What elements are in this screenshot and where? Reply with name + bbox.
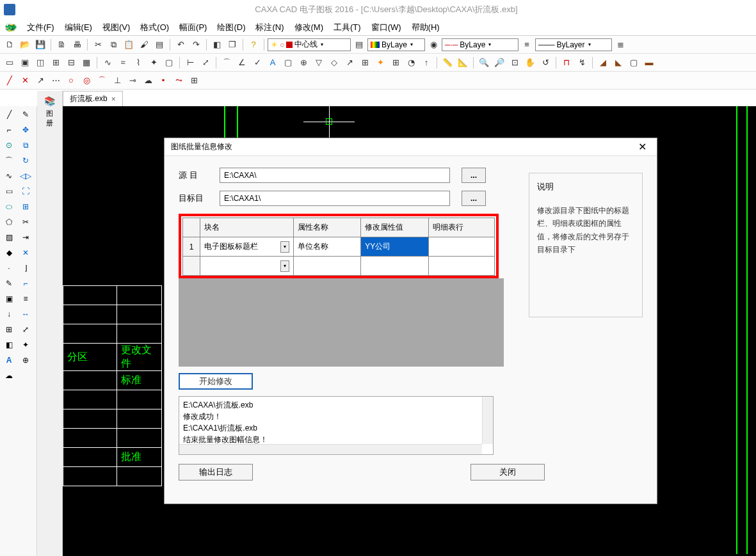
cap4-icon[interactable]: ▬ (642, 56, 656, 70)
lineweight-btn-icon[interactable]: ≣ (613, 38, 627, 52)
cell-detail-row[interactable] (428, 237, 494, 257)
dim-a-icon[interactable]: A (266, 56, 280, 70)
grid-row-empty[interactable]: ▾ (183, 257, 495, 276)
move-tool-icon[interactable]: ✥ (18, 123, 33, 137)
log-hscrollbar[interactable] (179, 444, 482, 454)
trim-tool-icon[interactable]: ✂ (18, 215, 33, 229)
offset-tool-icon[interactable]: ≡ (18, 292, 33, 306)
dim-align-icon[interactable]: ⤢ (198, 56, 213, 70)
ole-tool-icon[interactable]: ◧ (1, 338, 17, 352)
cap2-icon[interactable]: ◣ (611, 56, 625, 70)
tan-icon[interactable]: ⊸ (125, 74, 140, 88)
log-output[interactable]: E:\CAXA\折流板.exb 修改成功！ E:\CAXA1\折流板.exb 结… (179, 396, 494, 455)
grid-row-1[interactable]: 1 电子图板标题栏 ▾ 单位名称 YY公司 (183, 237, 495, 257)
perp-icon[interactable]: ⊥ (110, 74, 124, 88)
menu-modify[interactable]: 修改(M) (289, 20, 329, 35)
a-tool-icon[interactable]: A (1, 353, 17, 367)
cascade-icon[interactable]: ❐ (225, 38, 239, 52)
browse-target-button[interactable]: ... (462, 191, 486, 206)
ruler2-icon[interactable]: 📐 (456, 56, 470, 70)
menu-window[interactable]: 窗口(W) (366, 20, 406, 35)
snap-icon[interactable]: ↯ (575, 56, 589, 70)
match-icon[interactable]: 🖌 (137, 38, 151, 52)
lib-tab-label[interactable]: 图册 (37, 109, 62, 128)
undo-icon[interactable]: ↶ (173, 38, 188, 52)
new-icon[interactable]: 🗋 (3, 38, 17, 52)
ellipse-tool-icon[interactable]: ⬭ (1, 200, 17, 214)
menu-paper[interactable]: 幅面(P) (174, 20, 212, 35)
menu-help[interactable]: 帮助(H) (406, 20, 445, 35)
join-tool-icon[interactable]: ⊕ (18, 353, 33, 367)
polygon-tool-icon[interactable]: ⬠ (1, 215, 17, 229)
fillet-tool-icon[interactable]: ⌋ (18, 261, 33, 275)
paste-icon[interactable]: 📋 (122, 38, 136, 52)
lib-tab-icon[interactable]: 📚 (37, 96, 62, 106)
break-tool-icon[interactable]: ✕ (18, 246, 33, 260)
dim-ra-icon[interactable]: ▽ (312, 56, 326, 70)
close-button[interactable]: 关闭 (470, 464, 545, 481)
dim-arc-icon[interactable]: ⌒ (220, 56, 234, 70)
text-tool-icon[interactable]: ✎ (1, 276, 17, 290)
cloud-tool-icon[interactable]: ☁ (1, 369, 17, 383)
linetype-combo[interactable]: ─·─ ByLaye▾ (442, 38, 519, 51)
xline-icon[interactable]: ✕ (18, 74, 32, 88)
menu-format[interactable]: 格式(O) (135, 20, 174, 35)
col-attr-name[interactable]: 属性名称 (293, 218, 360, 237)
menu-draw[interactable]: 绘图(D) (212, 20, 250, 35)
annot-icon[interactable]: ∿ (101, 56, 115, 70)
explode-tool-icon[interactable]: ✦ (18, 338, 33, 352)
region-tool-icon[interactable]: ◆ (1, 246, 17, 260)
col-detail-row[interactable]: 明细表行 (428, 218, 494, 237)
output-log-button[interactable]: 输出日志 (179, 464, 253, 481)
menu-tool[interactable]: 工具(T) (328, 20, 366, 35)
pan-icon[interactable]: ✋ (523, 56, 537, 70)
zoom-out-icon[interactable]: 🔎 (492, 56, 506, 70)
menu-dim[interactable]: 标注(N) (250, 20, 289, 35)
line-tool-icon[interactable]: ╱ (1, 107, 17, 122)
frame3-icon[interactable]: ◫ (33, 56, 47, 70)
insert-tool-icon[interactable]: ↓ (1, 307, 17, 321)
cap3-icon[interactable]: ▢ (627, 56, 641, 70)
table2-icon[interactable]: ▦ (79, 56, 93, 70)
ruler-icon[interactable]: 📏 (440, 56, 454, 70)
rotate-tool-icon[interactable]: ↻ (18, 154, 33, 168)
frame2-icon[interactable]: ▣ (18, 56, 32, 70)
cut-icon[interactable]: ✂ (91, 38, 105, 52)
chamfer-tool-icon[interactable]: ⌐ (18, 276, 33, 290)
copy-icon[interactable]: ⧉ (106, 38, 120, 52)
pline-tool-icon[interactable]: ⌐ (1, 123, 17, 137)
cell-detail-row[interactable] (428, 257, 494, 276)
copy-tool-icon[interactable]: ⧉ (18, 138, 33, 152)
app-mascot-icon[interactable] (4, 20, 18, 35)
frame4-icon[interactable]: ⊞ (49, 56, 63, 70)
block-tool-icon[interactable]: ▣ (1, 292, 17, 306)
break-icon[interactable]: ⤳ (172, 74, 186, 88)
file-tab[interactable]: 折流板.exb × (63, 91, 123, 106)
lengthen-tool-icon[interactable]: ⤢ (18, 322, 33, 337)
donut-icon[interactable]: ◎ (79, 74, 93, 88)
layer-manager-icon[interactable]: ▤ (352, 38, 366, 52)
arc-icon[interactable]: ⌒ (95, 74, 109, 88)
array-tool-icon[interactable]: ⊞ (18, 200, 33, 214)
pencil-tool-icon[interactable]: ✎ (18, 107, 33, 122)
circle-icon[interactable]: ○ (64, 74, 78, 88)
linetype-btn-icon[interactable]: ≡ (520, 38, 534, 52)
print-preview-icon[interactable]: 🗎 (54, 38, 68, 52)
cloud-icon[interactable]: ☁ (141, 74, 155, 88)
help-icon[interactable]: ? (246, 38, 261, 52)
menu-view[interactable]: 视图(V) (97, 20, 135, 35)
block-dropdown-icon[interactable]: ▾ (280, 241, 289, 253)
arc-tool-icon[interactable]: ⌒ (1, 154, 17, 168)
open-icon[interactable]: 📂 (18, 38, 32, 52)
col-attr-value[interactable]: 修改属性值 (361, 218, 428, 237)
dim-c6-icon[interactable]: ↑ (419, 56, 433, 70)
extend-tool-icon[interactable]: ⇥ (18, 230, 33, 244)
pline-icon[interactable]: ⋯ (49, 74, 63, 88)
dialog-close-icon[interactable]: ✕ (634, 141, 650, 153)
attribute-grid[interactable]: 块名 属性名称 修改属性值 明细表行 1 电子图板标题栏 ▾ 单位名称 YY公司 (182, 218, 495, 276)
table-tool-icon[interactable]: ⊞ (1, 322, 17, 337)
window-icon[interactable]: ▤ (152, 38, 166, 52)
color-wheel-icon[interactable]: ◉ (426, 38, 440, 52)
menu-file[interactable]: 文件(F) (22, 20, 60, 35)
dim-c5-icon[interactable]: ◔ (404, 56, 418, 70)
